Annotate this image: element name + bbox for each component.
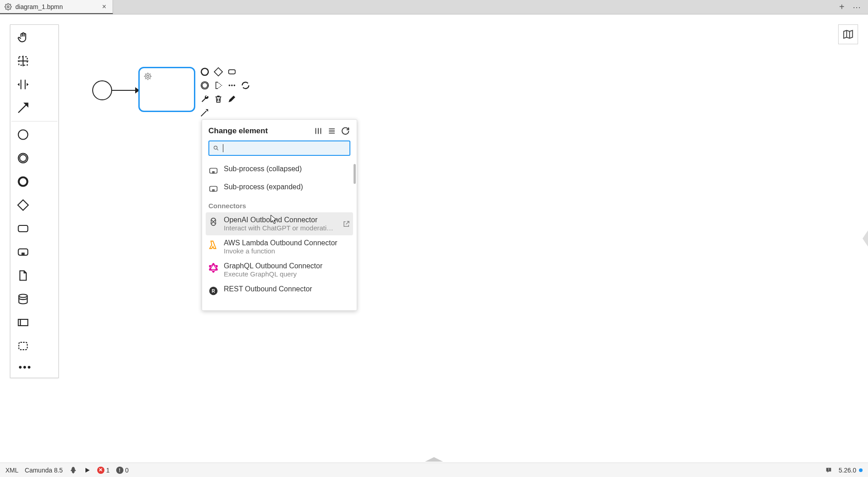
subprocess-collapsed-icon bbox=[208, 166, 218, 176]
tab-diagram-1[interactable]: diagram_1.bpmn × bbox=[0, 0, 113, 14]
start-event[interactable] bbox=[92, 80, 112, 100]
entry-name: GraphQL Outbound Connector bbox=[224, 262, 350, 270]
space-tool[interactable] bbox=[11, 73, 35, 96]
entry-graphql-connector[interactable]: GraphQL Outbound Connector Execute Graph… bbox=[206, 258, 353, 281]
more-tools[interactable]: ••• bbox=[11, 358, 57, 377]
tab-bar: diagram_1.bpmn × + ⋯ bbox=[0, 0, 868, 14]
refresh-icon[interactable] bbox=[340, 126, 350, 136]
color-icon[interactable] bbox=[226, 93, 238, 105]
connect-tool[interactable] bbox=[11, 96, 35, 120]
svg-rect-23 bbox=[214, 68, 222, 76]
change-type-wrench-icon[interactable] bbox=[199, 93, 211, 105]
svg-point-0 bbox=[7, 6, 9, 8]
change-element-popup: Change element Sub-process (collapsed) S… bbox=[202, 119, 357, 311]
platform-selector[interactable]: Camunda 8.5 bbox=[25, 467, 63, 474]
aws-lambda-icon bbox=[208, 240, 218, 250]
bottom-panel-toggle[interactable] bbox=[425, 457, 443, 462]
append-task[interactable] bbox=[226, 66, 238, 78]
errors-indicator[interactable]: ✕1 bbox=[97, 467, 110, 474]
tool-palette: ••• bbox=[10, 24, 59, 378]
graphql-icon bbox=[208, 263, 218, 273]
rest-icon: R bbox=[208, 286, 218, 296]
entry-name: REST Outbound Connector bbox=[224, 285, 350, 293]
warnings-indicator[interactable]: !0 bbox=[116, 467, 129, 474]
deploy-button[interactable] bbox=[69, 466, 77, 474]
svg-point-51 bbox=[209, 266, 211, 267]
entry-subprocess-expanded[interactable]: Sub-process (expanded) bbox=[206, 179, 353, 197]
status-bar: XML Camunda 8.5 ✕1 !0 ! 5.26.0 bbox=[0, 463, 868, 477]
append-gateway[interactable] bbox=[212, 66, 224, 78]
version-label[interactable]: 5.26.0 bbox=[839, 467, 863, 474]
svg-point-6 bbox=[19, 130, 28, 140]
entry-desc: Invoke a function bbox=[224, 247, 350, 255]
layout-list-icon[interactable] bbox=[327, 126, 337, 136]
error-icon: ✕ bbox=[97, 467, 104, 474]
append-intermediate-event[interactable] bbox=[199, 80, 211, 91]
entry-desc: Execute GraphQL query bbox=[224, 270, 350, 278]
svg-rect-11 bbox=[19, 225, 28, 232]
search-input[interactable] bbox=[227, 145, 346, 152]
svg-point-22 bbox=[201, 68, 208, 75]
group-tool[interactable] bbox=[11, 334, 35, 358]
search-input-wrapper[interactable] bbox=[208, 140, 350, 156]
map-icon bbox=[842, 28, 854, 40]
intermediate-event-tool[interactable] bbox=[11, 146, 35, 170]
external-link-icon[interactable] bbox=[342, 220, 350, 228]
entry-name: AWS Lambda Outbound Connector bbox=[224, 239, 350, 247]
tab-menu-button[interactable]: ⋯ bbox=[853, 2, 862, 12]
add-tab-button[interactable]: + bbox=[839, 2, 844, 12]
entry-rest-connector[interactable]: R REST Outbound Connector bbox=[206, 281, 353, 299]
end-event-tool[interactable] bbox=[11, 170, 35, 193]
search-icon bbox=[213, 145, 219, 151]
svg-rect-24 bbox=[229, 70, 236, 74]
subprocess-expanded-icon bbox=[208, 184, 218, 194]
append-text-annotation[interactable] bbox=[212, 80, 224, 91]
svg-point-16 bbox=[19, 295, 28, 298]
svg-point-47 bbox=[216, 266, 217, 267]
data-store-tool[interactable] bbox=[11, 287, 35, 311]
gear-icon bbox=[5, 3, 12, 10]
svg-point-8 bbox=[19, 154, 26, 161]
svg-rect-19 bbox=[19, 342, 28, 350]
minimap-toggle[interactable] bbox=[838, 24, 858, 44]
svg-point-26 bbox=[202, 83, 208, 88]
svg-point-28 bbox=[231, 84, 233, 86]
svg-line-37 bbox=[217, 149, 218, 150]
entry-subprocess-collapsed[interactable]: Sub-process (collapsed) bbox=[206, 161, 353, 179]
context-more[interactable] bbox=[226, 80, 238, 91]
gateway-tool[interactable] bbox=[11, 193, 35, 217]
svg-rect-10 bbox=[18, 200, 28, 210]
text-caret bbox=[223, 144, 223, 152]
feedback-button[interactable]: ! bbox=[825, 467, 832, 474]
participant-tool[interactable] bbox=[11, 311, 35, 334]
openai-icon bbox=[208, 217, 218, 227]
close-icon[interactable]: × bbox=[100, 3, 108, 11]
sequence-flow[interactable] bbox=[112, 90, 138, 91]
popup-body: Sub-process (collapsed) Sub-process (exp… bbox=[202, 159, 357, 310]
properties-panel-toggle[interactable] bbox=[863, 230, 868, 247]
lasso-tool[interactable] bbox=[11, 49, 35, 73]
entry-openai-connector[interactable]: OpenAI Outbound Connector Interact with … bbox=[206, 212, 353, 235]
data-object-tool[interactable] bbox=[11, 264, 35, 287]
canvas[interactable]: ••• Change element bbox=[0, 14, 868, 463]
task-tool[interactable] bbox=[11, 217, 35, 240]
svg-point-27 bbox=[229, 84, 231, 86]
scrollbar[interactable] bbox=[354, 164, 356, 184]
layout-columns-icon[interactable] bbox=[313, 126, 323, 136]
subprocess-tool[interactable] bbox=[11, 240, 35, 264]
svg-point-36 bbox=[214, 146, 217, 149]
xml-toggle[interactable]: XML bbox=[5, 467, 19, 474]
svg-point-49 bbox=[212, 271, 214, 272]
warning-count: 0 bbox=[125, 467, 129, 474]
entry-aws-lambda-connector[interactable]: AWS Lambda Outbound Connector Invoke a f… bbox=[206, 235, 353, 258]
delete-icon[interactable] bbox=[212, 93, 224, 105]
popup-title: Change element bbox=[208, 126, 310, 136]
service-task[interactable] bbox=[138, 67, 195, 112]
run-button[interactable] bbox=[84, 467, 91, 474]
append-end-event[interactable] bbox=[199, 66, 211, 78]
start-event-tool[interactable] bbox=[11, 123, 35, 146]
append-anything-icon[interactable] bbox=[240, 80, 251, 91]
connect-icon[interactable] bbox=[199, 107, 211, 118]
entry-name: Sub-process (collapsed) bbox=[224, 165, 350, 173]
hand-tool[interactable] bbox=[11, 26, 35, 49]
